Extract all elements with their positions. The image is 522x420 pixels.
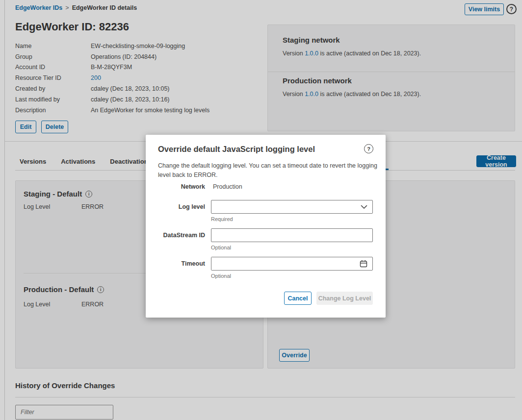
chevron-down-icon <box>361 205 367 209</box>
change-log-level-button[interactable]: Change Log Level <box>316 292 373 305</box>
network-value: Production <box>213 183 242 190</box>
cancel-button[interactable]: Cancel <box>284 292 312 305</box>
timeout-helper: Optional <box>211 273 231 279</box>
log-level-field-label: Log level <box>158 203 205 210</box>
dialog-title: Override default JavaScript logging leve… <box>158 145 315 154</box>
timeout-input[interactable] <box>211 257 357 270</box>
datastream-id-helper: Optional <box>211 245 231 250</box>
timeout-input-wrap <box>211 257 373 271</box>
override-log-level-dialog: Override default JavaScript logging leve… <box>146 135 386 318</box>
log-level-select[interactable] <box>211 200 373 214</box>
timeout-label: Timeout <box>158 260 205 267</box>
dialog-help-icon[interactable]: ? <box>364 144 373 153</box>
dialog-description: Change the default logging level. You ca… <box>158 161 380 180</box>
datastream-id-input[interactable] <box>211 228 373 242</box>
network-label: Network <box>158 183 205 190</box>
datastream-id-label: DataStream ID <box>158 232 205 239</box>
edgeworker-details-page: EdgeWorker IDs>EdgeWorker ID details Vie… <box>0 0 522 420</box>
calendar-icon[interactable] <box>359 259 368 269</box>
log-level-helper: Required <box>211 216 233 222</box>
